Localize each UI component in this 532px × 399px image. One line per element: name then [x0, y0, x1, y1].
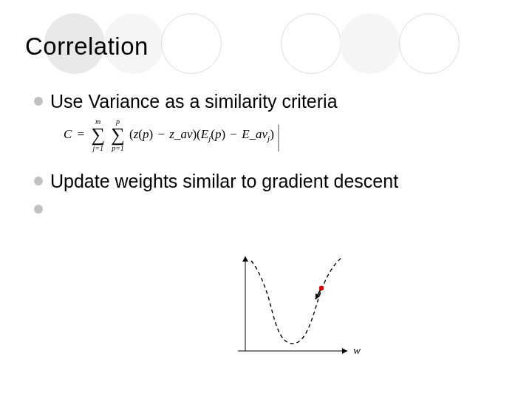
deco-circle — [399, 13, 460, 74]
svg-marker-3 — [242, 256, 248, 262]
bullet-text: Update weights similar to gradient desce… — [50, 170, 398, 192]
formula-eq: = — [75, 127, 87, 141]
f-E2: E — [242, 127, 249, 141]
bullet-dot-icon — [34, 97, 43, 106]
bullet-text: Use Variance as a similarity criteria — [50, 90, 338, 112]
bullet-item: Use Variance as a similarity criteria — [34, 90, 492, 112]
slide-title: Correlation — [25, 33, 149, 61]
f-av1: av — [180, 127, 192, 141]
w-axis-label: w — [353, 344, 361, 356]
bullet-list: Use Variance as a similarity criteria C … — [34, 90, 492, 219]
svg-point-6 — [319, 286, 324, 290]
sum1-lower: j=1 — [91, 145, 105, 152]
f-p1: p — [143, 127, 149, 141]
f-E1: E — [201, 127, 208, 141]
bullet-dot-icon — [34, 205, 43, 214]
gradient-descent-diagram: w — [222, 248, 366, 373]
sigma-icon: ∑ — [91, 126, 105, 145]
f-z2: z — [169, 127, 174, 141]
f-av2: av — [256, 127, 267, 141]
deco-circle — [281, 13, 341, 74]
formula-lhs: C — [64, 127, 72, 141]
bullet-item-empty — [34, 198, 492, 214]
sigma-icon: ∑ — [111, 126, 125, 145]
svg-marker-1 — [342, 348, 347, 354]
deco-circle — [340, 13, 400, 74]
bullet-item: Update weights similar to gradient desce… — [34, 170, 492, 192]
formula: C = m ∑ j=1 p ∑ p=1 (z(p) − z_av)(Ej(p) … — [64, 127, 282, 141]
bullet-dot-icon — [34, 177, 43, 185]
deco-circle — [161, 13, 222, 74]
formula-block: C = m ∑ j=1 p ∑ p=1 (z(p) − z_av)(Ej(p) … — [64, 118, 492, 152]
sum2-lower: p=1 — [111, 145, 125, 152]
abs-bar-icon: | — [278, 120, 280, 150]
summation-1: m ∑ j=1 — [91, 118, 105, 152]
summation-2: p ∑ p=1 — [111, 118, 125, 152]
